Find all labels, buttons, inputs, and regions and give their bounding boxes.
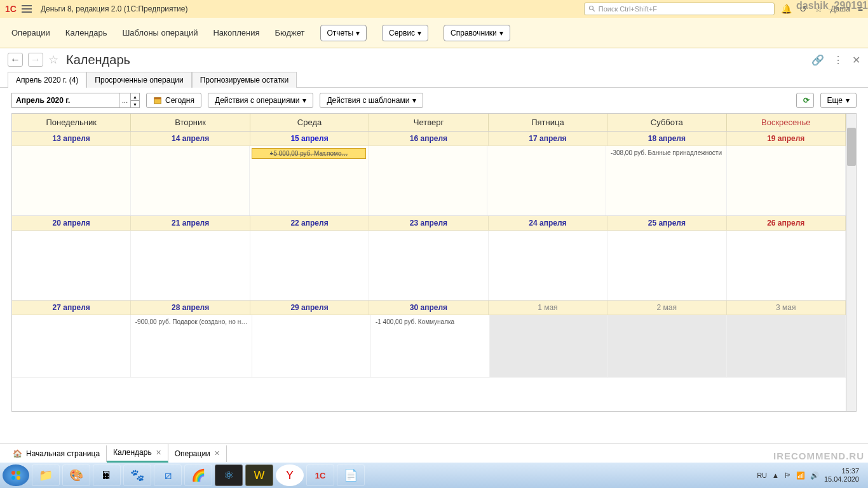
- btab-home[interactable]: 🏠Начальная страница: [6, 445, 107, 462]
- today-button[interactable]: Сегодня: [146, 93, 201, 108]
- close-tab-icon[interactable]: ✕: [156, 449, 161, 457]
- btab-operations[interactable]: Операции✕: [168, 445, 227, 462]
- date-cell[interactable]: 1 мая: [489, 301, 607, 315]
- date-cell[interactable]: 29 апреля: [250, 301, 369, 315]
- date-cell[interactable]: 14 апреля: [131, 132, 250, 146]
- day-cell[interactable]: [369, 146, 487, 215]
- start-button[interactable]: [3, 464, 29, 486]
- favorite-icon[interactable]: ☆: [48, 53, 58, 67]
- bell-icon[interactable]: 🔔: [781, 4, 792, 14]
- day-cell[interactable]: [12, 315, 131, 377]
- date-cell[interactable]: 28 апреля: [131, 301, 250, 315]
- tray-up-icon[interactable]: ▲: [772, 471, 779, 479]
- task-app3[interactable]: ⚛: [215, 464, 243, 486]
- menu-templates[interactable]: Шаблоны операций: [122, 28, 198, 37]
- day-cell[interactable]: -900,00 руб. Подарок (создано, но н…: [131, 315, 252, 377]
- day-cell[interactable]: [608, 315, 727, 377]
- day-cell[interactable]: [252, 315, 371, 377]
- date-cell[interactable]: 27 апреля: [12, 301, 131, 315]
- date-cell-today[interactable]: 15 апреля: [250, 132, 369, 146]
- event-item[interactable]: -900,00 руб. Подарок (создано, но н…: [133, 317, 250, 327]
- refresh-button[interactable]: ⟳: [796, 93, 814, 108]
- day-cell[interactable]: -308,00 руб. Банные принадлежности: [606, 146, 727, 215]
- month-up[interactable]: ▲: [131, 93, 140, 100]
- day-cell[interactable]: [490, 315, 609, 377]
- reports-button[interactable]: Отчеты▾: [320, 25, 367, 41]
- tray-lang[interactable]: RU: [757, 471, 767, 479]
- day-cell[interactable]: [12, 146, 131, 215]
- hamburger-icon[interactable]: [22, 5, 32, 13]
- service-button[interactable]: Сервис▾: [382, 25, 428, 41]
- day-cell[interactable]: -1 400,00 руб. Коммуналка: [371, 315, 490, 377]
- menu-budget[interactable]: Бюджет: [275, 28, 305, 37]
- month-selector[interactable]: … ▲ ▼: [11, 93, 140, 108]
- tpl-actions-button[interactable]: Действия с шаблонами▾: [320, 93, 423, 108]
- btab-calendar[interactable]: Календарь✕: [107, 444, 168, 463]
- day-cell[interactable]: [727, 146, 846, 215]
- date-cell[interactable]: 2 мая: [607, 301, 726, 315]
- day-cell[interactable]: +5 000,00 руб. Мат.помо…: [250, 146, 369, 215]
- date-cell[interactable]: 17 апреля: [489, 132, 607, 146]
- day-cell[interactable]: [607, 231, 726, 300]
- date-cell[interactable]: 24 апреля: [489, 216, 607, 230]
- date-cell[interactable]: 18 апреля: [607, 132, 726, 146]
- date-cell[interactable]: 3 мая: [727, 301, 846, 315]
- month-picker-button[interactable]: …: [119, 93, 131, 108]
- task-vscode[interactable]: ⧄: [154, 464, 182, 486]
- close-tab-icon[interactable]: ✕: [214, 449, 220, 458]
- day-cell[interactable]: [250, 231, 369, 300]
- back-button[interactable]: ←: [8, 53, 23, 67]
- month-input[interactable]: [11, 93, 119, 108]
- day-cell[interactable]: [369, 231, 488, 300]
- tray-clock[interactable]: 15:37 15.04.2020: [824, 467, 859, 484]
- date-cell[interactable]: 22 апреля: [250, 216, 369, 230]
- task-1c[interactable]: 1C: [306, 464, 334, 486]
- day-cell[interactable]: [487, 146, 606, 215]
- task-app2[interactable]: 🌈: [184, 464, 212, 486]
- forward-button[interactable]: →: [28, 53, 43, 67]
- date-cell[interactable]: 19 апреля: [727, 132, 846, 146]
- tab-month[interactable]: Апрель 2020 г. (4): [8, 72, 86, 88]
- task-explorer[interactable]: 📁: [32, 464, 60, 486]
- task-notes[interactable]: 📄: [337, 464, 365, 486]
- search-input[interactable]: Поиск Ctrl+Shift+F: [584, 3, 775, 15]
- date-cell[interactable]: 23 апреля: [369, 216, 488, 230]
- scroll-thumb[interactable]: [847, 128, 856, 166]
- date-cell[interactable]: 16 апреля: [369, 132, 488, 146]
- task-wow[interactable]: W: [245, 464, 273, 486]
- reference-button[interactable]: Справочники▾: [444, 25, 510, 41]
- link-icon[interactable]: 🔗: [811, 54, 824, 66]
- close-icon[interactable]: ✕: [852, 54, 860, 66]
- date-cell[interactable]: 20 апреля: [12, 216, 131, 230]
- event-item[interactable]: -1 400,00 руб. Коммуналка: [373, 317, 487, 327]
- task-paint[interactable]: 🎨: [62, 464, 90, 486]
- day-cell[interactable]: [131, 231, 250, 300]
- event-item[interactable]: +5 000,00 руб. Мат.помо…: [252, 148, 366, 159]
- task-yandex[interactable]: Y: [276, 464, 304, 486]
- menu-savings[interactable]: Накопления: [213, 28, 259, 37]
- date-cell[interactable]: 13 апреля: [12, 132, 131, 146]
- day-cell[interactable]: [12, 231, 131, 300]
- tab-forecast[interactable]: Прогнозируемые остатки: [192, 72, 297, 88]
- tab-overdue[interactable]: Просроченные операции: [86, 72, 191, 88]
- more-button[interactable]: Еще▾: [820, 93, 857, 108]
- date-cell[interactable]: 30 апреля: [369, 301, 488, 315]
- ops-actions-button[interactable]: Действия с операциями▾: [208, 93, 313, 108]
- day-cell[interactable]: [489, 231, 607, 300]
- month-down[interactable]: ▼: [131, 100, 140, 108]
- day-cell[interactable]: [131, 146, 250, 215]
- day-cell[interactable]: [727, 231, 846, 300]
- more-icon[interactable]: ⋮: [833, 54, 843, 66]
- menu-operations[interactable]: Операции: [11, 28, 50, 37]
- tray-flag-icon[interactable]: 🏳: [784, 471, 791, 479]
- task-app1[interactable]: 🐾: [123, 464, 151, 486]
- tray-network-icon[interactable]: 📶: [796, 471, 805, 480]
- date-cell[interactable]: 25 апреля: [607, 216, 726, 230]
- tray-sound-icon[interactable]: 🔊: [810, 471, 819, 480]
- date-cell[interactable]: 26 апреля: [727, 216, 846, 230]
- menu-calendar[interactable]: Календарь: [65, 28, 107, 37]
- task-calc[interactable]: 🖩: [93, 464, 121, 486]
- day-cell[interactable]: [727, 315, 846, 377]
- scrollbar[interactable]: [846, 114, 856, 411]
- event-item[interactable]: -308,00 руб. Банные принадлежности: [608, 148, 724, 158]
